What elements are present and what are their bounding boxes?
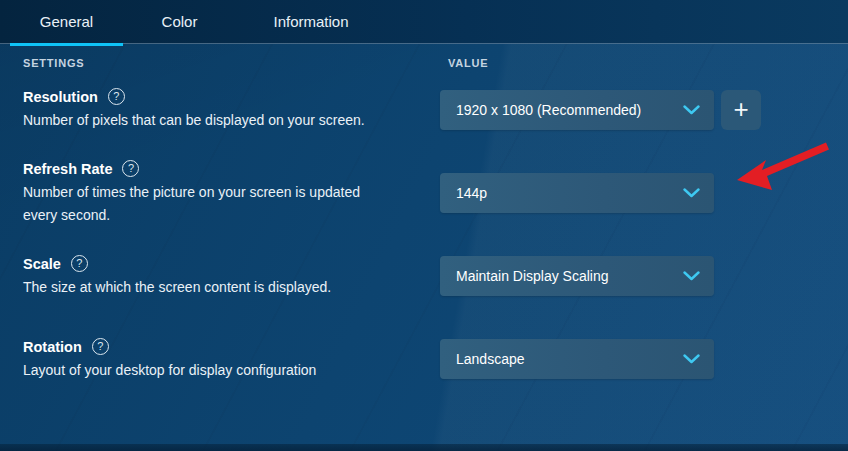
chevron-down-icon <box>683 354 700 364</box>
tab-color[interactable]: Color <box>123 0 236 44</box>
plus-icon: + <box>733 96 748 122</box>
refresh-rate-dropdown-value: 144p <box>456 185 683 201</box>
setting-description: Number of times the picture on your scre… <box>23 181 383 227</box>
resolution-dropdown[interactable]: 1920 x 1080 (Recommended) <box>440 90 714 130</box>
resolution-dropdown-value: 1920 x 1080 (Recommended) <box>456 102 683 118</box>
setting-description: Number of pixels that can be displayed o… <box>23 109 423 132</box>
tab-information[interactable]: Information <box>236 0 386 44</box>
help-icon[interactable]: ? <box>71 255 88 272</box>
setting-title: Refresh Rate <box>23 161 112 177</box>
help-icon[interactable]: ? <box>122 160 139 177</box>
setting-refresh-rate: Refresh Rate ? Number of times the pictu… <box>23 160 423 227</box>
value-column-header: VALUE <box>448 57 488 69</box>
tab-general[interactable]: General <box>10 0 123 44</box>
chevron-down-icon <box>683 105 700 115</box>
help-icon[interactable]: ? <box>108 88 125 105</box>
help-icon[interactable]: ? <box>92 338 109 355</box>
setting-title: Resolution <box>23 89 98 105</box>
scale-dropdown-value: Maintain Display Scaling <box>456 268 683 284</box>
scale-dropdown[interactable]: Maintain Display Scaling <box>440 256 714 296</box>
display-settings-panel: General Color Information SETTINGS VALUE… <box>0 0 848 451</box>
rotation-dropdown[interactable]: Landscape <box>440 339 714 379</box>
add-custom-resolution-button[interactable]: + <box>721 90 761 130</box>
setting-scale: Scale ? The size at which the screen con… <box>23 255 423 299</box>
refresh-rate-dropdown[interactable]: 144p <box>440 173 714 213</box>
chevron-down-icon <box>683 271 700 281</box>
setting-description: Layout of your desktop for display confi… <box>23 359 423 382</box>
chevron-down-icon <box>683 188 700 198</box>
setting-resolution: Resolution ? Number of pixels that can b… <box>23 88 423 132</box>
setting-description: The size at which the screen content is … <box>23 276 423 299</box>
setting-rotation: Rotation ? Layout of your desktop for di… <box>23 338 423 382</box>
setting-title: Rotation <box>23 339 82 355</box>
setting-title: Scale <box>23 256 61 272</box>
bottom-edge-shadow <box>0 444 848 451</box>
rotation-dropdown-value: Landscape <box>456 351 683 367</box>
settings-column-header: SETTINGS <box>23 57 84 69</box>
tab-bar: General Color Information <box>0 0 848 44</box>
